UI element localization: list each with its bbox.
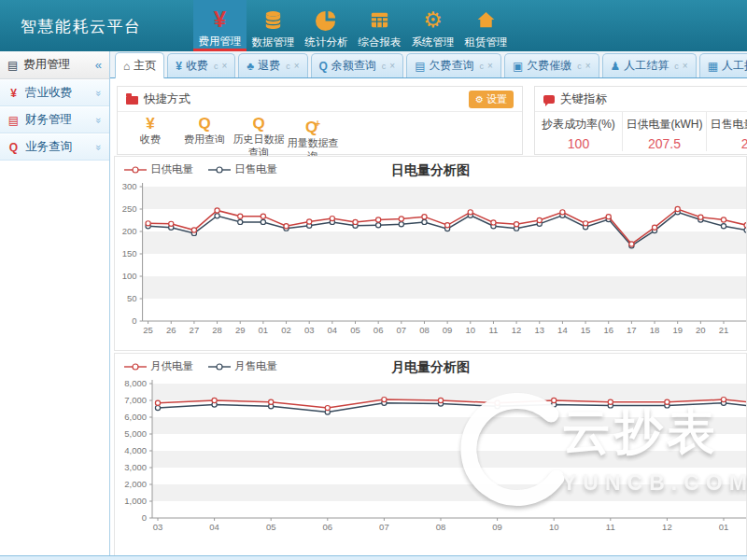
legend-item-daily-supply[interactable]: 日供电量 xyxy=(124,162,193,176)
sidebar-item-business-charging[interactable]: ¥ 营业收费 » xyxy=(0,79,109,106)
indicator-label: 日供电量(kWH) xyxy=(623,117,706,133)
svg-text:28: 28 xyxy=(212,325,222,335)
refresh-tab-icon[interactable]: c xyxy=(382,62,387,71)
tab-arrears-query[interactable]: ▤ 欠费查询 c × xyxy=(406,53,501,77)
settings-button[interactable]: ⚙ 设置 xyxy=(469,91,514,108)
svg-text:100: 100 xyxy=(122,271,137,281)
legend-label: 日售电量 xyxy=(234,162,277,176)
indicator-label: 抄表成功率(%) xyxy=(535,117,622,133)
tab-label: 人工结算 xyxy=(624,58,669,74)
nav-item-leasing[interactable]: 租赁管理 xyxy=(459,0,513,51)
close-tab-icon[interactable]: × xyxy=(221,61,227,71)
nav-label: 租赁管理 xyxy=(465,35,508,49)
svg-text:08: 08 xyxy=(436,522,446,532)
tab-manual-meter-reading[interactable]: ▦ 人工抄表 c × xyxy=(699,53,747,77)
tab-arrears-reminder[interactable]: ▣ 欠费催缴 c × xyxy=(504,53,599,77)
tab-label: 余额查询 xyxy=(331,58,376,74)
svg-text:12: 12 xyxy=(662,522,672,532)
chevron-down-icon: » xyxy=(93,144,105,149)
refresh-tab-icon[interactable]: c xyxy=(674,62,679,71)
svg-text:300: 300 xyxy=(122,181,137,191)
sidebar: ▤ 费用管理 « ¥ 营业收费 » ▤ 财务管理 » Q 业务查询 » xyxy=(0,51,110,560)
svg-text:3,000: 3,000 xyxy=(124,462,147,472)
svg-text:16: 16 xyxy=(603,325,613,335)
close-tab-icon[interactable]: × xyxy=(294,61,300,71)
svg-text:06: 06 xyxy=(374,325,384,335)
svg-text:2,000: 2,000 xyxy=(124,479,147,489)
tab-charge[interactable]: ¥ 收费 c × xyxy=(167,53,235,77)
svg-text:01: 01 xyxy=(259,325,269,335)
indicator-list: 抄表成功率(%) 100 日供电量(kWH) 207.5 日售电量(kWH) 2… xyxy=(535,112,747,151)
legend-marker-icon xyxy=(124,165,147,175)
indicator-value: 207.5 xyxy=(623,136,706,151)
svg-text:05: 05 xyxy=(350,325,360,335)
indicator-value: 20 xyxy=(707,136,747,151)
svg-text:03: 03 xyxy=(153,522,163,532)
chevron-down-icon: » xyxy=(93,117,105,122)
legend-marker-icon xyxy=(208,165,231,175)
collapse-sidebar-icon[interactable]: « xyxy=(95,58,102,72)
svg-text:11: 11 xyxy=(489,325,499,335)
settings-button-label: 设置 xyxy=(486,92,507,106)
tab-balance-query[interactable]: Q 余额查询 c × xyxy=(311,53,404,77)
legend-item-monthly-sale[interactable]: 月售电量 xyxy=(208,359,277,373)
close-tab-icon[interactable]: × xyxy=(487,61,493,71)
sidebar-item-business-query[interactable]: Q 业务查询 » xyxy=(0,133,109,161)
refresh-tab-icon[interactable]: c xyxy=(480,62,485,71)
svg-text:04: 04 xyxy=(328,325,338,335)
tab-label: 欠费催缴 xyxy=(527,58,571,74)
shortcuts-panel-header: 快捷方式 ⚙ 设置 xyxy=(118,87,522,112)
svg-text:08: 08 xyxy=(419,325,430,335)
svg-text:27: 27 xyxy=(190,325,200,335)
nav-item-statistics[interactable]: 统计分析 xyxy=(300,0,353,51)
svg-text:6,000: 6,000 xyxy=(124,412,147,422)
daily-energy-chart-panel: 日供电量 日售电量 日电量分析图 05010015020025030025262… xyxy=(114,156,747,351)
yen-icon: ¥ xyxy=(7,87,20,100)
refresh-tab-icon[interactable]: c xyxy=(286,62,290,71)
sidebar-item-label: 业务查询 xyxy=(25,139,72,155)
legend-item-daily-sale[interactable]: 日售电量 xyxy=(208,162,277,176)
yen-icon: ¥ xyxy=(214,7,226,32)
tab-label: 收费 xyxy=(186,58,208,74)
svg-text:10: 10 xyxy=(549,522,559,532)
app-title: 智慧能耗云平台 xyxy=(21,16,142,37)
refresh-tab-icon[interactable]: c xyxy=(577,62,582,71)
tab-label: 欠费查询 xyxy=(430,58,474,74)
close-tab-icon[interactable]: × xyxy=(585,61,591,71)
refresh-tab-icon[interactable]: c xyxy=(214,62,218,71)
sidebar-item-finance-management[interactable]: ▤ 财务管理 » xyxy=(0,106,109,133)
search-icon: Q xyxy=(177,115,232,133)
sidebar-header-fee-management[interactable]: ▤ 费用管理 « xyxy=(0,51,109,79)
close-tab-icon[interactable]: × xyxy=(389,61,395,71)
tab-manual-settlement[interactable]: ♟ 人工结算 c × xyxy=(602,53,697,77)
database-icon xyxy=(262,7,284,33)
pie-chart-icon xyxy=(316,7,337,33)
indicator-value: 100 xyxy=(535,136,622,151)
nav-item-fee-management[interactable]: ¥ 费用管理 xyxy=(193,0,247,51)
comment-icon xyxy=(543,95,555,104)
sidebar-item-label: 财务管理 xyxy=(25,112,72,128)
yen-icon: ¥ xyxy=(123,115,177,133)
legend-item-monthly-supply[interactable]: 月供电量 xyxy=(124,359,193,373)
tab-home[interactable]: ⌂ 主页 xyxy=(115,52,164,78)
svg-text:21: 21 xyxy=(719,325,729,335)
home-icon: ⌂ xyxy=(123,60,130,73)
shortcuts-panel: 快捷方式 ⚙ 设置 ¥ 收费 Q 费用查询 Q 历史日数据查询 Q 用量数据查询 xyxy=(117,86,523,155)
refund-icon: ♣ xyxy=(247,60,254,73)
indicator-daily-supply: 日供电量(kWH) 207.5 xyxy=(622,112,706,151)
nav-label: 综合报表 xyxy=(359,35,402,49)
yen-icon: ¥ xyxy=(176,60,182,73)
tab-refund[interactable]: ♣ 退费 c × xyxy=(238,53,307,77)
svg-text:50: 50 xyxy=(127,293,137,303)
nav-item-reports[interactable]: 综合报表 xyxy=(353,0,406,51)
nav-item-data-management[interactable]: 数据管理 xyxy=(247,0,300,51)
indicator-meter-reading-success-rate: 抄表成功率(%) 100 xyxy=(535,112,622,151)
legend-marker-icon xyxy=(124,362,147,371)
nav-item-system[interactable]: ⚙ 系统管理 xyxy=(406,0,459,51)
svg-text:04: 04 xyxy=(209,522,219,532)
svg-text:17: 17 xyxy=(627,325,637,335)
daily-chart-header: 日供电量 日售电量 日电量分析图 xyxy=(115,157,746,181)
close-tab-icon[interactable]: × xyxy=(683,61,688,71)
svg-text:5,000: 5,000 xyxy=(124,428,147,439)
cart-icon: ♟ xyxy=(611,60,621,73)
